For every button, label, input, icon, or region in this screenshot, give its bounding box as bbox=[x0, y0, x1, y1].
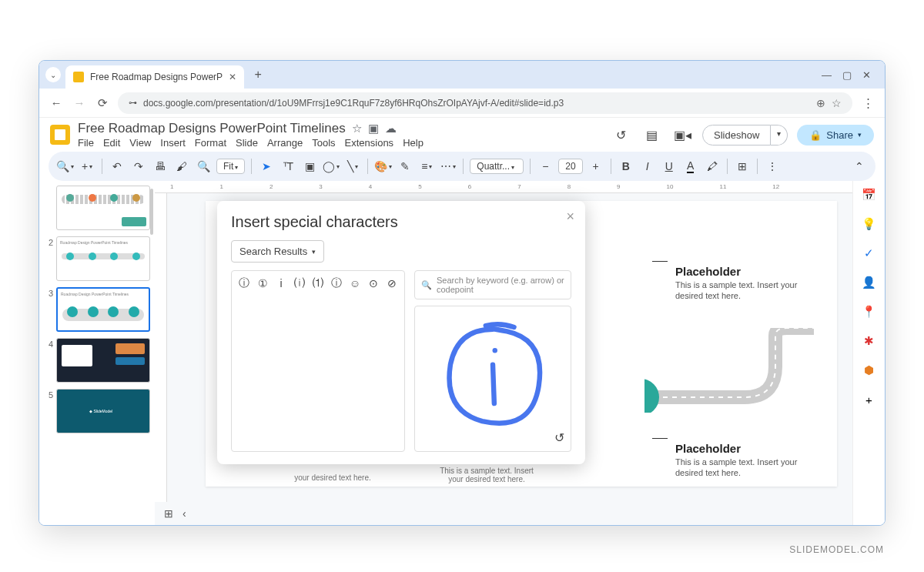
undo-button[interactable]: ↶ bbox=[109, 157, 126, 176]
menu-insert[interactable]: Insert bbox=[160, 137, 186, 149]
border-dash-button[interactable]: ⋯ bbox=[440, 157, 457, 176]
prev-slide-button[interactable]: ‹ bbox=[182, 507, 186, 520]
history-icon[interactable]: ↺ bbox=[610, 124, 631, 146]
slides-logo[interactable] bbox=[50, 125, 70, 145]
forward-button[interactable]: → bbox=[72, 95, 87, 111]
more-toolbar-button[interactable]: ⋮ bbox=[764, 157, 781, 176]
share-button[interactable]: 🔒 Share ▾ bbox=[797, 125, 874, 146]
redo-button[interactable]: ↷ bbox=[130, 157, 147, 176]
bookmark-icon[interactable]: ☆ bbox=[832, 97, 842, 109]
menu-slide[interactable]: Slide bbox=[236, 137, 258, 149]
reload-button[interactable]: ⟳ bbox=[95, 95, 110, 111]
char-result[interactable]: ⑴ bbox=[310, 276, 326, 291]
new-tab-button[interactable]: + bbox=[249, 65, 267, 84]
slide-thumbnail-4[interactable] bbox=[56, 338, 150, 383]
menu-arrange[interactable]: Arrange bbox=[267, 137, 303, 149]
keep-icon[interactable]: 💡 bbox=[862, 216, 877, 232]
text-color-button[interactable]: A bbox=[682, 157, 699, 176]
site-info-icon[interactable]: ⊶ bbox=[129, 98, 137, 108]
font-family-select[interactable]: Quattr... bbox=[470, 159, 524, 174]
maximize-button[interactable]: ▢ bbox=[842, 69, 852, 81]
comments-icon[interactable]: ▤ bbox=[641, 124, 662, 146]
slide-thumbnail-3[interactable]: Roadmap Design PowerPoint Timelines bbox=[56, 287, 150, 332]
text-box-tool[interactable]: ᵀT bbox=[280, 157, 296, 176]
menu-view[interactable]: View bbox=[129, 137, 151, 149]
contacts-icon[interactable]: 👤 bbox=[862, 275, 877, 290]
char-result[interactable]: ⒤ bbox=[292, 276, 307, 291]
paint-format-button[interactable]: 🖌 bbox=[173, 157, 190, 176]
underline-button[interactable]: U bbox=[661, 157, 678, 176]
new-slide-button[interactable]: + bbox=[79, 157, 95, 176]
close-tab-icon[interactable]: ✕ bbox=[229, 72, 236, 82]
placeholder-text: This is a sample text. Insert your desir… bbox=[675, 457, 798, 479]
slide-thumbnail-1[interactable] bbox=[56, 186, 150, 230]
char-result[interactable]: ⓘ bbox=[236, 276, 252, 291]
tab-title: Free Roadmap Designs PowerP bbox=[90, 72, 223, 82]
character-results: ⓘ ① i ⒤ ⑴ ⓘ ☺ ⊙ ⊘ bbox=[231, 270, 405, 452]
fill-color-button[interactable]: 🎨 bbox=[374, 157, 392, 176]
draw-character-canvas[interactable]: ↺ bbox=[414, 306, 571, 452]
menu-file[interactable]: File bbox=[78, 137, 94, 149]
line-tool[interactable]: ╲ bbox=[344, 157, 361, 176]
undo-draw-button[interactable]: ↺ bbox=[554, 430, 564, 445]
collapse-toolbar-button[interactable]: ⌃ bbox=[851, 157, 868, 176]
slideshow-button[interactable]: Slideshow bbox=[702, 125, 771, 146]
addon-icon[interactable]: ✱ bbox=[862, 333, 877, 349]
char-result[interactable]: i bbox=[273, 276, 289, 291]
char-result[interactable]: ☺ bbox=[347, 276, 363, 291]
tasks-icon[interactable]: ✓ bbox=[862, 246, 877, 261]
shape-tool[interactable]: ◯ bbox=[323, 157, 340, 176]
char-result[interactable]: ⊙ bbox=[366, 276, 381, 291]
bold-button[interactable]: B bbox=[618, 157, 634, 176]
border-color-button[interactable]: ✎ bbox=[397, 157, 413, 176]
image-tool[interactable]: ▣ bbox=[301, 157, 318, 176]
italic-button[interactable]: I bbox=[639, 157, 656, 176]
font-size-increase[interactable]: + bbox=[588, 157, 604, 176]
close-dialog-button[interactable]: × bbox=[566, 209, 574, 225]
url-bar: ← → ⟳ ⊶ docs.google.com/presentation/d/1… bbox=[39, 89, 885, 118]
highlight-button[interactable]: 🖍 bbox=[704, 157, 721, 176]
back-button[interactable]: ← bbox=[49, 95, 64, 111]
font-size-input[interactable]: 20 bbox=[558, 159, 582, 174]
char-result[interactable]: ① bbox=[255, 276, 270, 291]
search-menus-button[interactable]: 🔍 bbox=[56, 157, 74, 176]
insert-comment-button[interactable]: ⊞ bbox=[734, 157, 751, 176]
omnibox[interactable]: ⊶ docs.google.com/presentation/d/1oU9MFr… bbox=[118, 92, 852, 114]
slide-thumbnail-5[interactable]: ◆ SlideModel bbox=[56, 389, 150, 433]
menu-extensions[interactable]: Extensions bbox=[345, 137, 394, 149]
character-search-input[interactable]: 🔍 Search by keyword (e.g. arrow) or code… bbox=[414, 270, 571, 299]
get-addons-button[interactable]: + bbox=[862, 392, 877, 407]
category-dropdown[interactable]: Search Results▾ bbox=[231, 240, 324, 263]
document-title[interactable]: Free Roadmap Designs PowerPoint Timeline… bbox=[78, 121, 346, 136]
zoom-tool-button[interactable]: 🔍 bbox=[195, 157, 212, 176]
menu-format[interactable]: Format bbox=[195, 137, 226, 149]
char-result[interactable]: ⓘ bbox=[329, 276, 344, 291]
maps-icon[interactable]: 📍 bbox=[862, 304, 877, 319]
tab-list-button[interactable]: ⌄ bbox=[45, 67, 61, 82]
zoom-icon[interactable]: ⊕ bbox=[816, 97, 825, 109]
font-size-decrease[interactable]: − bbox=[537, 157, 554, 176]
cloud-status-icon[interactable]: ☁ bbox=[385, 122, 397, 135]
slide-stage[interactable]: Placeholder This is a sample text. Inser… bbox=[167, 193, 852, 502]
slideshow-dropdown[interactable]: ▾ bbox=[771, 125, 788, 146]
star-icon[interactable]: ☆ bbox=[352, 122, 362, 135]
border-weight-button[interactable]: ≡ bbox=[418, 157, 435, 176]
browser-tab[interactable]: Free Roadmap Designs PowerP ✕ bbox=[65, 65, 244, 89]
char-result[interactable]: ⊘ bbox=[384, 276, 400, 291]
zoom-select[interactable]: Fit bbox=[216, 159, 245, 174]
chrome-menu-button[interactable]: ⋮ bbox=[860, 95, 875, 111]
menu-edit[interactable]: Edit bbox=[103, 137, 120, 149]
calendar-icon[interactable]: 📅 bbox=[862, 187, 877, 202]
close-window-button[interactable]: ✕ bbox=[862, 69, 871, 81]
print-button[interactable]: 🖶 bbox=[152, 157, 169, 176]
minimize-button[interactable]: — bbox=[822, 69, 832, 81]
panel-scrollbar[interactable] bbox=[150, 189, 153, 235]
meet-icon[interactable]: ▣◂ bbox=[671, 124, 693, 146]
move-icon[interactable]: ▣ bbox=[368, 122, 379, 135]
menu-tools[interactable]: Tools bbox=[312, 137, 335, 149]
menu-help[interactable]: Help bbox=[403, 137, 424, 149]
grid-view-button[interactable]: ⊞ bbox=[164, 507, 173, 520]
addon-icon-2[interactable]: ⬢ bbox=[862, 363, 877, 378]
select-tool[interactable]: ➤ bbox=[258, 157, 275, 176]
slide-thumbnail-2[interactable]: Roadmap Design PowerPoint Timelines bbox=[56, 236, 150, 281]
